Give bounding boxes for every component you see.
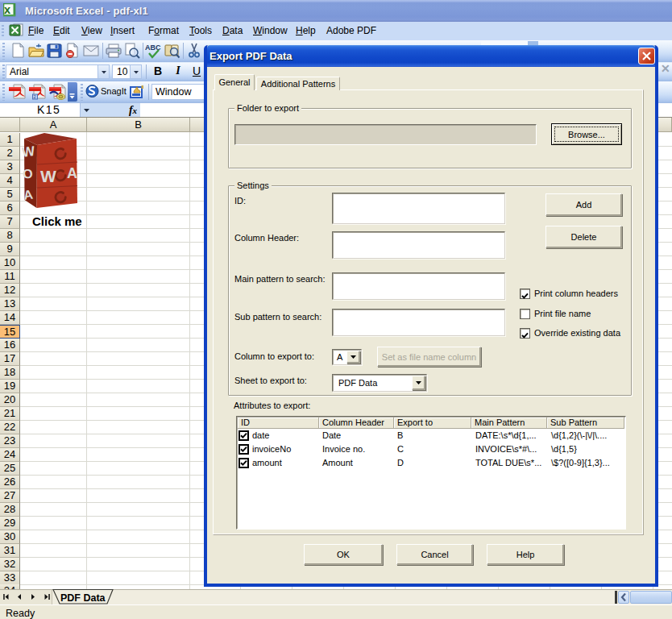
svg-text:PDF Data: PDF Data [60, 592, 106, 604]
svg-text:2: 2 [34, 94, 36, 99]
svg-text:W: W [40, 167, 56, 185]
svg-text:A: A [67, 165, 77, 181]
svg-text:x: x [4, 3, 10, 16]
svg-text:O: O [22, 166, 34, 181]
